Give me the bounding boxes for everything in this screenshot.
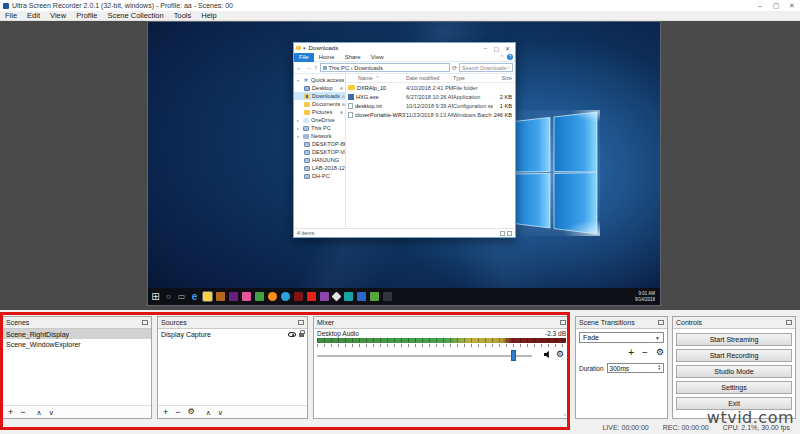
visibility-eye-icon[interactable] — [288, 332, 296, 337]
details-view-icon[interactable] — [500, 231, 505, 236]
address-input[interactable]: This PC › Downloads — [320, 63, 450, 72]
move-scene-up-button[interactable]: ∧ — [37, 409, 42, 416]
menu-view[interactable]: View — [45, 11, 71, 21]
start-recording-button[interactable]: Start Recording — [676, 349, 792, 362]
float-panel-icon[interactable] — [658, 320, 664, 325]
sidebar-item-desktop[interactable]: Desktop — [294, 84, 345, 92]
back-icon[interactable]: ← — [296, 64, 303, 71]
menu-profile[interactable]: Profile — [71, 11, 102, 21]
sidebar-item-network-pc[interactable]: LAB-2018-1217TAM — [294, 164, 345, 172]
remove-transition-button[interactable]: − — [642, 347, 648, 358]
column-name[interactable]: ∧Name — [346, 75, 406, 81]
diamond-icon[interactable] — [332, 292, 342, 302]
sidebar-item-downloads[interactable]: Downloads — [294, 92, 345, 100]
expander-icon[interactable]: ▸ — [297, 118, 301, 123]
file-row[interactable]: cloverPortable-WR37_unlocalized 11/23/20… — [346, 110, 515, 119]
explorer-maximize-button[interactable]: ▢ — [491, 45, 502, 52]
explorer-minimize-button[interactable]: – — [480, 45, 491, 52]
sidebar-item-network-pc[interactable]: DH-PC — [294, 172, 345, 180]
up-icon[interactable]: ↑ — [314, 64, 318, 71]
add-scene-button[interactable]: + — [8, 408, 13, 417]
add-source-button[interactable]: + — [163, 408, 168, 417]
sidebar-item-pictures[interactable]: Pictures — [294, 108, 345, 116]
tab-view[interactable]: View — [366, 53, 389, 62]
file-row[interactable]: DXRAlp_10 4/10/2018 2:41 PM File folder — [346, 83, 515, 92]
start-icon[interactable]: ⊞ — [151, 292, 160, 301]
column-date-modified[interactable]: Date modified — [406, 75, 453, 81]
volume-slider[interactable]: ⚙ — [317, 349, 566, 362]
transition-select[interactable]: Fade ▼ — [579, 332, 664, 343]
scene-item-window-explorer[interactable]: Scene_WindowExplorer — [3, 339, 151, 349]
visual-studio-icon[interactable] — [229, 292, 238, 301]
help-icon[interactable]: ? — [507, 54, 513, 60]
tab-file[interactable]: File — [294, 53, 314, 62]
sidebar-item-network[interactable]: ▾Network — [294, 132, 345, 140]
transition-properties-gear-icon[interactable]: ⚙ — [656, 347, 664, 358]
source-properties-gear-icon[interactable]: ⚙ — [188, 408, 195, 416]
move-source-up-button[interactable]: ∧ — [206, 409, 211, 416]
menu-tools[interactable]: Tools — [169, 11, 197, 21]
recorder-icon[interactable] — [383, 292, 392, 301]
sidebar-item-this-pc[interactable]: ▸This PC — [294, 124, 345, 132]
studio-mode-button[interactable]: Studio Mode — [676, 365, 792, 378]
float-panel-icon[interactable] — [560, 320, 566, 325]
menu-file[interactable]: File — [0, 11, 22, 21]
float-panel-icon[interactable] — [298, 320, 304, 325]
breadcrumb[interactable]: This PC › Downloads — [329, 65, 383, 71]
expander-icon[interactable]: ▾ — [297, 78, 301, 83]
settings-button[interactable]: Settings — [676, 381, 792, 394]
youtube-icon[interactable] — [307, 292, 316, 301]
scroll-up-icon[interactable]: ∧ — [563, 330, 566, 335]
duration-spinbox[interactable]: 300ms ▲ ▼ — [607, 363, 664, 373]
vlc-icon[interactable] — [320, 292, 329, 301]
move-scene-down-button[interactable]: ∨ — [49, 409, 54, 416]
column-size[interactable]: Size — [493, 75, 515, 81]
mixer-scrollbar[interactable]: ∧ ∨ — [562, 330, 568, 417]
search-input[interactable]: Search Downloads ⌕ — [459, 63, 513, 72]
source-item-display-capture[interactable]: Display Capture — [158, 329, 307, 339]
maximize-button[interactable]: ▢ — [768, 0, 784, 11]
file-row[interactable]: desktop.ini 10/12/2018 9:39 AM Configura… — [346, 101, 515, 110]
menu-scene-collection[interactable]: Scene Collection — [102, 11, 168, 21]
slider-handle[interactable] — [511, 350, 516, 361]
menu-help[interactable]: Help — [196, 11, 221, 21]
tab-share[interactable]: Share — [340, 53, 366, 62]
explorer-close-button[interactable]: ✕ — [502, 45, 513, 52]
ribbon-collapse-icon[interactable]: ⌃ — [500, 54, 504, 60]
quick-access-toolbar-caret[interactable]: ▾ — [303, 45, 306, 51]
sidebar-item-network-pc[interactable]: DESKTOP-8KH5UR — [294, 140, 345, 148]
expander-icon[interactable]: ▾ — [297, 134, 301, 139]
remove-scene-button[interactable]: − — [20, 408, 25, 417]
scene-item-right-display[interactable]: Scene_RightDisplay — [3, 329, 151, 339]
steam-icon[interactable] — [344, 292, 353, 301]
opera-icon[interactable] — [294, 292, 303, 301]
firefox-icon[interactable] — [268, 292, 277, 301]
expander-icon[interactable]: ▸ — [297, 126, 301, 131]
close-button[interactable]: ✕ — [784, 0, 800, 11]
remove-source-button[interactable]: − — [175, 408, 180, 417]
file-explorer-icon[interactable] — [203, 292, 212, 301]
move-source-down-button[interactable]: ∨ — [218, 409, 223, 416]
forward-icon[interactable]: → — [305, 64, 312, 71]
float-panel-icon[interactable] — [142, 320, 148, 325]
settings-icon[interactable] — [357, 292, 366, 301]
menu-edit[interactable]: Edit — [22, 11, 45, 21]
taskbar-clock[interactable]: 9:01 AM 9/14/2018 — [635, 291, 657, 302]
store-icon[interactable] — [216, 292, 225, 301]
scroll-down-icon[interactable]: ∨ — [563, 412, 566, 417]
lock-icon[interactable] — [299, 333, 304, 337]
photos-icon[interactable] — [255, 292, 264, 301]
excel-icon[interactable] — [370, 292, 379, 301]
edge-icon[interactable]: e — [190, 292, 199, 301]
sidebar-item-documents[interactable]: Documents — [294, 100, 345, 108]
file-explorer-window[interactable]: ▾ Downloads – ▢ ✕ File Home Share View ⌃ — [293, 42, 516, 238]
minimize-button[interactable]: – — [752, 0, 768, 11]
sidebar-item-onedrive[interactable]: ▸OneDrive — [294, 116, 345, 124]
column-type[interactable]: Type — [453, 75, 493, 81]
start-streaming-button[interactable]: Start Streaming — [676, 333, 792, 346]
add-transition-button[interactable]: + — [628, 347, 634, 358]
sidebar-item-network-pc[interactable]: DESKTOP-VK26BB — [294, 148, 345, 156]
mail-icon[interactable] — [242, 292, 251, 301]
task-view-icon[interactable]: ▭ — [177, 292, 186, 301]
telegram-icon[interactable] — [281, 292, 290, 301]
